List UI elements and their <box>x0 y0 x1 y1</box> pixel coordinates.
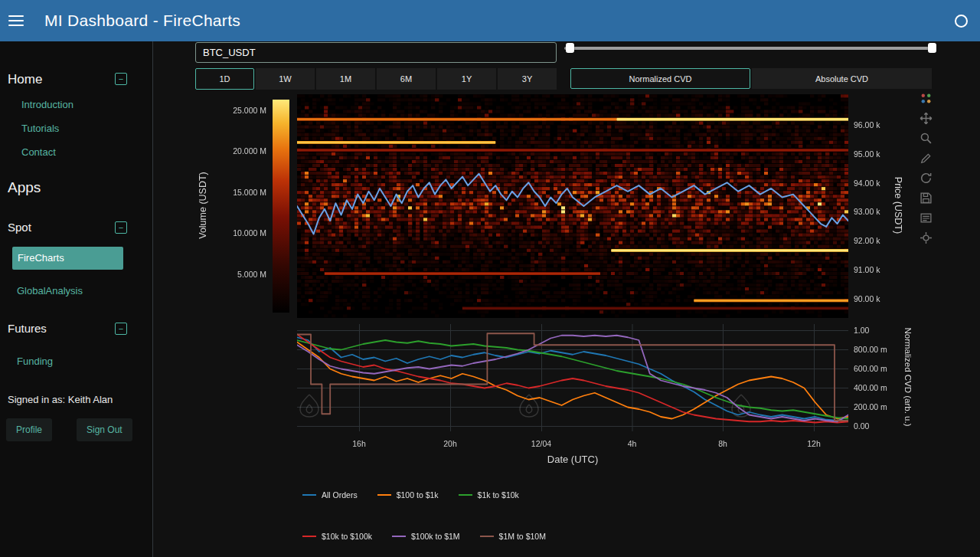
tick-label: 0.00 <box>854 421 869 431</box>
app-title: MI Dashboard - FireCharts <box>44 11 240 30</box>
legend-row-2: $10k to $100k $100k to $1M $1M to $10M <box>302 532 546 541</box>
tick-label: 20h <box>427 439 473 448</box>
tick-label: 1.00 <box>854 326 869 335</box>
collapse-spot-button[interactable]: − <box>115 221 127 234</box>
collapse-home-button[interactable]: − <box>115 73 127 85</box>
legend-swatch <box>392 536 406 537</box>
tick-label: 5.000 M <box>220 270 266 279</box>
volume-axis-title: Volume (USDT) <box>198 172 208 239</box>
legend-swatch <box>459 494 472 496</box>
hover-compare-icon[interactable] <box>920 211 933 224</box>
collapse-futures-button[interactable]: − <box>115 323 127 335</box>
modebar <box>920 92 933 244</box>
legend-item[interactable]: $1k to $10k <box>459 490 519 500</box>
cvd-mode-group: Normalized CVD Absolute CVD <box>570 68 932 89</box>
sidebar-section-apps: Apps <box>8 179 41 196</box>
heatmap-canvas[interactable] <box>297 94 848 318</box>
symbol-input[interactable] <box>195 42 557 63</box>
legend-swatch <box>302 494 316 496</box>
tick-label: 25.000 M <box>220 106 266 115</box>
timeframe-1m-button[interactable]: 1M <box>316 68 375 90</box>
legend-row-1: All Orders $100 to $1k $1k to $10k <box>302 490 519 500</box>
menu-icon[interactable] <box>8 15 24 26</box>
tick-label: 94.00 k <box>854 179 880 188</box>
colorbar <box>273 100 289 313</box>
legend-label: $1M to $10M <box>499 532 546 541</box>
legend-label: $100 to $1k <box>397 490 439 500</box>
draw-icon[interactable] <box>920 152 933 165</box>
zoom-icon[interactable] <box>920 132 933 145</box>
absolute-cvd-button[interactable]: Absolute CVD <box>752 68 932 89</box>
topbar: MI Dashboard - FireCharts <box>0 0 980 41</box>
sidebar: Home − Introduction Tutorials Contact Ap… <box>0 41 153 557</box>
legend-label: $10k to $100k <box>322 532 372 541</box>
x-axis-title: Date (UTC) <box>547 454 598 465</box>
sidebar-item-introduction[interactable]: Introduction <box>21 99 74 110</box>
timeframe-1d-button[interactable]: 1D <box>195 68 254 90</box>
legend-swatch <box>480 536 494 537</box>
figure: 1D 1W 1M 6M 1Y 3Y Normalized CVD Absolut… <box>178 41 980 557</box>
sidebar-section-spot: Spot <box>8 221 31 234</box>
tick-label: 8h <box>700 439 746 448</box>
legend-item[interactable]: All Orders <box>302 490 358 500</box>
tick-label: 16h <box>336 439 382 448</box>
slider-track[interactable] <box>564 47 936 50</box>
cvd-chart-canvas[interactable] <box>297 324 848 431</box>
tick-label: 91.00 k <box>854 265 880 274</box>
slider-handle-right[interactable] <box>928 43 936 53</box>
signout-button[interactable]: Sign Out <box>77 418 132 441</box>
sidebar-item-globalanalysis[interactable]: GlobalAnalysis <box>17 285 83 297</box>
tick-label: 90.00 k <box>854 294 880 303</box>
tick-label: 600.00 m <box>854 364 887 373</box>
pan-icon[interactable] <box>920 112 933 125</box>
tick-label: 12h <box>791 439 837 448</box>
toggle-spikelines-icon[interactable] <box>920 231 933 244</box>
legend-label: $1k to $10k <box>478 490 519 500</box>
price-axis-title: Price (USDT) <box>893 177 903 234</box>
slider-handle-left[interactable] <box>566 43 574 53</box>
plotly-logo-icon[interactable] <box>920 92 933 105</box>
tick-label: 92.00 k <box>854 236 880 245</box>
legend-label: All Orders <box>322 490 358 500</box>
timeframe-1y-button[interactable]: 1Y <box>437 68 496 90</box>
timeframe-1w-button[interactable]: 1W <box>256 68 315 90</box>
tick-label: 400.00 m <box>854 383 887 392</box>
legend-item[interactable]: $100 to $1k <box>377 490 439 500</box>
autoscale-icon[interactable] <box>920 172 933 185</box>
tick-label: 20.000 M <box>220 146 266 156</box>
legend-swatch <box>302 536 316 537</box>
normalized-cvd-button[interactable]: Normalized CVD <box>570 68 750 89</box>
sidebar-section-futures: Futures <box>8 322 47 335</box>
legend-label: $100k to $1M <box>411 532 460 541</box>
tick-label: 800.00 m <box>854 345 887 354</box>
tick-label: 200.00 m <box>854 402 887 411</box>
legend-swatch <box>377 494 391 496</box>
loading-circle-icon <box>955 15 968 28</box>
timeframe-3y-button[interactable]: 3Y <box>498 68 557 90</box>
timeframe-group: 1D 1W 1M 6M 1Y 3Y <box>195 68 557 90</box>
tick-label: 96.00 k <box>854 120 880 129</box>
profile-button[interactable]: Profile <box>6 418 52 441</box>
tick-label: 10.000 M <box>220 228 266 238</box>
signed-in-text: Signed in as: Keith Alan <box>8 394 113 405</box>
tick-label: 95.00 k <box>854 149 880 159</box>
sidebar-section-home: Home <box>8 72 42 87</box>
legend-item[interactable]: $1M to $10M <box>480 532 546 541</box>
tick-label: 12/04 <box>518 439 564 448</box>
legend-item[interactable]: $10k to $100k <box>302 532 372 541</box>
sidebar-item-funding[interactable]: Funding <box>17 355 53 367</box>
sidebar-item-firecharts[interactable]: FireCharts <box>12 247 123 270</box>
tick-label: 4h <box>609 439 655 448</box>
tick-label: 15.000 M <box>220 188 266 197</box>
snapshot-icon[interactable] <box>920 192 933 205</box>
timeframe-6m-button[interactable]: 6M <box>377 68 436 90</box>
tick-label: 93.00 k <box>854 207 880 216</box>
date-range-slider[interactable] <box>564 43 936 54</box>
sidebar-item-contact[interactable]: Contact <box>21 146 56 158</box>
cvd-axis-title: Normalized CVD (arb. u.) <box>903 327 913 426</box>
sidebar-item-tutorials[interactable]: Tutorials <box>21 123 59 134</box>
legend-item[interactable]: $100k to $1M <box>392 532 460 541</box>
